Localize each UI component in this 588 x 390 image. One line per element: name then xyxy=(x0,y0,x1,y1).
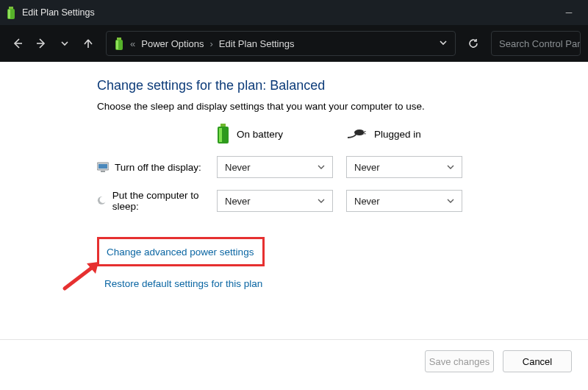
chevron-down-icon xyxy=(318,162,325,173)
svg-rect-13 xyxy=(98,164,107,169)
column-battery-label: On battery xyxy=(237,129,283,140)
search-input[interactable]: Search Control Pane xyxy=(491,31,581,56)
main-content: Change settings for the plan: Balanced C… xyxy=(0,62,588,290)
display-battery-select[interactable]: Never xyxy=(217,156,333,178)
display-plugged-select[interactable]: Never xyxy=(346,156,462,178)
column-plugged-in: Plugged in xyxy=(346,124,464,144)
up-button[interactable] xyxy=(78,33,98,54)
display-plugged-value: Never xyxy=(354,162,380,173)
battery-app-icon xyxy=(114,38,124,49)
sleep-plugged-value: Never xyxy=(354,196,380,207)
svg-rect-14 xyxy=(101,171,105,172)
battery-app-icon xyxy=(6,7,16,18)
footer-buttons: Save changes Cancel xyxy=(0,339,588,372)
navigation-bar: « Power Options › Edit Plan Settings Sea… xyxy=(0,25,588,62)
row-sleep: Put the computer to sleep: Never Never xyxy=(97,190,588,212)
breadcrumb-current[interactable]: Edit Plan Settings xyxy=(219,38,295,49)
display-battery-value: Never xyxy=(225,162,251,173)
chevron-down-icon xyxy=(447,196,454,207)
sleep-plugged-select[interactable]: Never xyxy=(346,190,462,212)
moon-icon xyxy=(97,196,107,206)
cancel-button[interactable]: Cancel xyxy=(503,350,572,372)
cancel-button-label: Cancel xyxy=(523,356,552,367)
row-display-label: Turn off the display: xyxy=(115,162,201,173)
change-advanced-link[interactable]: Change advanced power settings xyxy=(107,247,254,258)
address-bar[interactable]: « Power Options › Edit Plan Settings xyxy=(106,31,456,56)
svg-point-9 xyxy=(354,130,365,135)
breadcrumb-sep: « xyxy=(130,38,135,49)
svg-rect-0 xyxy=(9,7,13,9)
window-title: Edit Plan Settings xyxy=(22,7,556,18)
sleep-battery-select[interactable]: Never xyxy=(217,190,333,212)
save-button-label: Save changes xyxy=(429,356,490,367)
minimize-button[interactable]: ─ xyxy=(556,7,582,18)
page-subtitle: Choose the sleep and display settings th… xyxy=(97,101,588,112)
svg-rect-10 xyxy=(363,131,366,132)
row-turn-off-display: Turn off the display: Never Never xyxy=(97,156,588,178)
restore-defaults-link[interactable]: Restore default settings for this plan xyxy=(104,278,262,289)
row-sleep-label: Put the computer to sleep: xyxy=(112,190,217,212)
search-placeholder: Search Control Pane xyxy=(499,38,581,49)
svg-rect-3 xyxy=(117,38,121,40)
refresh-button[interactable] xyxy=(463,33,484,54)
svg-rect-8 xyxy=(219,128,222,142)
battery-icon xyxy=(217,124,229,144)
svg-rect-2 xyxy=(8,10,10,18)
svg-rect-5 xyxy=(116,40,118,49)
svg-rect-11 xyxy=(363,133,366,134)
window-titlebar: Edit Plan Settings ─ xyxy=(0,0,588,25)
sleep-battery-value: Never xyxy=(225,196,251,207)
svg-point-16 xyxy=(100,196,107,203)
column-on-battery: On battery xyxy=(217,124,334,144)
chevron-down-icon xyxy=(447,162,454,173)
display-icon xyxy=(97,162,109,172)
forward-button[interactable] xyxy=(31,33,51,54)
breadcrumb-parent[interactable]: Power Options xyxy=(141,38,204,49)
svg-rect-6 xyxy=(220,124,226,127)
chevron-down-icon xyxy=(318,196,325,207)
column-headers: On battery Plugged in xyxy=(97,124,588,144)
back-button[interactable] xyxy=(7,33,28,54)
save-button[interactable]: Save changes xyxy=(425,350,494,372)
annotation-arrow-icon xyxy=(62,258,106,294)
address-dropdown-button[interactable] xyxy=(439,38,448,49)
plug-icon xyxy=(346,129,367,139)
chevron-right-icon: › xyxy=(210,38,213,49)
column-plugged-label: Plugged in xyxy=(374,129,421,140)
highlight-box: Change advanced power settings xyxy=(97,237,265,266)
page-title: Change settings for the plan: Balanced xyxy=(97,78,588,93)
recent-dropdown-button[interactable] xyxy=(54,33,75,54)
